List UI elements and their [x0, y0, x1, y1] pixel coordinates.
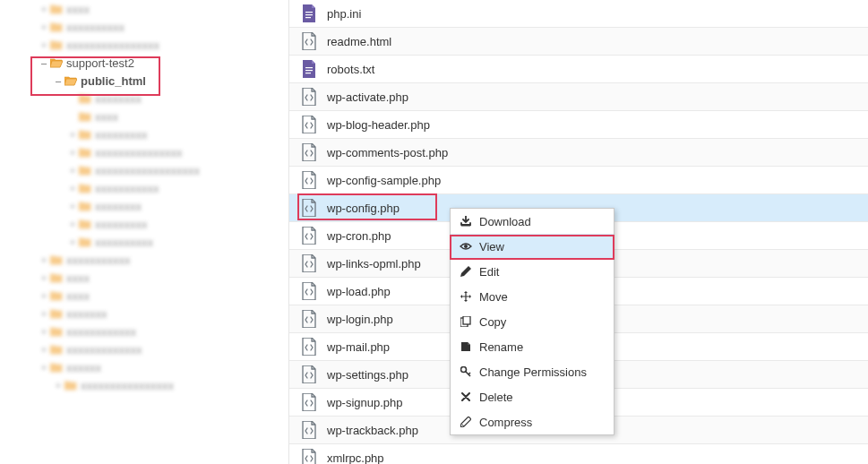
- file-name: php.ini: [327, 7, 361, 21]
- tree-item[interactable]: xxxxxxxx: [11, 90, 288, 107]
- folder-icon: [50, 57, 63, 68]
- tree-label: xxxxxx: [66, 361, 101, 374]
- context-menu-item-move[interactable]: Move: [451, 284, 614, 309]
- folder-icon: [79, 165, 91, 176]
- context-menu-label: View: [479, 240, 504, 253]
- folder-tree: +xxxx+xxxxxxxxxx+xxxxxxxxxxxxxxxx–suppor…: [0, 0, 288, 464]
- tree-label: xxxxxxxx: [95, 200, 142, 213]
- svg-rect-3: [305, 67, 313, 68]
- tree-item[interactable]: +xxxxxxxxxxxx: [11, 322, 288, 340]
- tree-toggle-icon[interactable]: –: [39, 57, 48, 68]
- tree-item[interactable]: +xxxx: [11, 287, 288, 305]
- context-menu-item-compress[interactable]: Compress: [451, 409, 614, 434]
- file-row[interactable]: wp-comments-post.php: [289, 139, 868, 167]
- tree-item[interactable]: +xxxxxxxxxxx: [11, 179, 288, 197]
- tree-label: xxxxxxxxx: [95, 218, 148, 231]
- context-menu-item-edit[interactable]: Edit: [451, 259, 614, 284]
- file-name: readme.html: [327, 35, 391, 48]
- context-menu-label: Edit: [479, 265, 499, 279]
- tree-toggle-icon[interactable]: +: [39, 4, 48, 14]
- file-row[interactable]: readme.html: [289, 28, 868, 56]
- context-menu-item-rename[interactable]: Rename: [451, 334, 614, 359]
- tree-item[interactable]: +xxxxxxxxxxxxxxxx: [11, 36, 288, 54]
- tree-toggle-icon[interactable]: +: [54, 380, 63, 391]
- code-file-icon: [300, 421, 318, 439]
- tree-item[interactable]: +xxxxxxxxx: [11, 215, 288, 233]
- svg-point-7: [464, 245, 468, 248]
- file-name: wp-load.php: [327, 285, 391, 298]
- file-name: wp-trackback.php: [327, 424, 418, 437]
- tree-toggle-icon[interactable]: +: [68, 183, 77, 193]
- tree-item[interactable]: +xxxxxxxxx: [11, 125, 288, 143]
- file-row[interactable]: php.ini: [289, 0, 868, 28]
- folder-icon: [50, 326, 63, 337]
- tree-toggle-icon[interactable]: +: [68, 219, 77, 229]
- tree-label: xxxx: [95, 110, 118, 124]
- file-row[interactable]: wp-config-sample.php: [289, 167, 868, 194]
- tree-item[interactable]: +xxxxxxxxxxxxx: [11, 340, 288, 358]
- code-file-icon: [300, 32, 318, 50]
- folder-icon: [79, 201, 91, 211]
- svg-rect-0: [305, 12, 313, 13]
- file-name: wp-activate.php: [327, 90, 408, 104]
- file-row[interactable]: xmlrpc.php: [289, 444, 868, 464]
- folder-icon: [50, 308, 63, 319]
- tree-toggle-icon[interactable]: +: [39, 290, 48, 301]
- tree-item[interactable]: +xxxx: [11, 0, 288, 18]
- context-menu-item-copy[interactable]: Copy: [451, 309, 614, 334]
- tree-item[interactable]: –support-test2: [11, 54, 288, 72]
- tree-toggle-icon[interactable]: +: [68, 147, 77, 158]
- tree-item[interactable]: –public_html: [11, 72, 288, 90]
- tree-toggle-icon[interactable]: +: [39, 308, 48, 319]
- tree-item[interactable]: +xxxxxxxxxxxxxxx: [11, 143, 288, 161]
- folder-icon: [79, 93, 91, 104]
- file-name: wp-config.php: [327, 202, 400, 215]
- folder-icon: [79, 129, 91, 140]
- tree-label: xxxxxxxxxxxxxxxx: [66, 39, 159, 52]
- file-name: wp-mail.php: [327, 340, 390, 354]
- folder-icon: [50, 290, 63, 301]
- tree-toggle-icon[interactable]: +: [68, 236, 77, 247]
- tree-item[interactable]: xxxx: [11, 107, 288, 125]
- tree-label: xxxxxxxxxxxxx: [66, 343, 142, 357]
- tree-label: xxxxxxxxx: [95, 128, 148, 142]
- tree-item[interactable]: +xxxxxxxxxxxxxxxx: [11, 376, 288, 394]
- tree-item[interactable]: +xxxxxxxxxx: [11, 18, 288, 36]
- tree-toggle-icon[interactable]: +: [68, 165, 77, 176]
- tree-toggle-icon[interactable]: +: [39, 272, 48, 283]
- tree-label: xxxxxxxxxxxxxxxxxx: [95, 164, 200, 177]
- tree-toggle-icon[interactable]: +: [39, 39, 48, 50]
- file-row[interactable]: wp-blog-header.php: [289, 111, 868, 139]
- tree-label: xxxxxxxxxxxxxxx: [95, 146, 183, 159]
- file-name: wp-blog-header.php: [327, 118, 430, 132]
- tree-item[interactable]: +xxxxxx: [11, 358, 288, 376]
- file-row[interactable]: robots.txt: [289, 56, 868, 83]
- folder-icon: [50, 344, 63, 355]
- tree-item[interactable]: +xxxxxxxxxx: [11, 233, 288, 251]
- context-menu-item-view[interactable]: View: [451, 234, 614, 259]
- tree-item[interactable]: +xxxxxxxx: [11, 197, 288, 215]
- tree-item[interactable]: +xxxx: [11, 269, 288, 287]
- tree-toggle-icon[interactable]: +: [39, 254, 48, 265]
- file-row[interactable]: wp-activate.php: [289, 83, 868, 111]
- rename-icon: [460, 341, 472, 352]
- delete-icon: [460, 392, 472, 401]
- context-menu-item-download[interactable]: Download: [451, 209, 614, 234]
- svg-rect-9: [463, 316, 470, 324]
- tree-toggle-icon[interactable]: +: [39, 326, 48, 337]
- tree-item[interactable]: +xxxxxxxxxxx: [11, 251, 288, 269]
- code-file-icon: [300, 365, 318, 383]
- tree-toggle-icon[interactable]: +: [68, 129, 77, 140]
- context-menu-item-change-permissions[interactable]: Change Permissions: [451, 359, 614, 384]
- svg-rect-2: [305, 17, 311, 18]
- folder-icon: [50, 362, 63, 373]
- tree-toggle-icon[interactable]: +: [68, 201, 77, 211]
- context-menu-item-delete[interactable]: Delete: [451, 384, 614, 409]
- folder-icon: [50, 254, 63, 265]
- tree-toggle-icon[interactable]: +: [39, 21, 48, 32]
- tree-toggle-icon[interactable]: –: [54, 75, 63, 86]
- tree-toggle-icon[interactable]: +: [39, 344, 48, 355]
- tree-item[interactable]: +xxxxxxxxxxxxxxxxxx: [11, 161, 288, 179]
- tree-toggle-icon[interactable]: +: [39, 362, 48, 373]
- tree-item[interactable]: +xxxxxxx: [11, 305, 288, 322]
